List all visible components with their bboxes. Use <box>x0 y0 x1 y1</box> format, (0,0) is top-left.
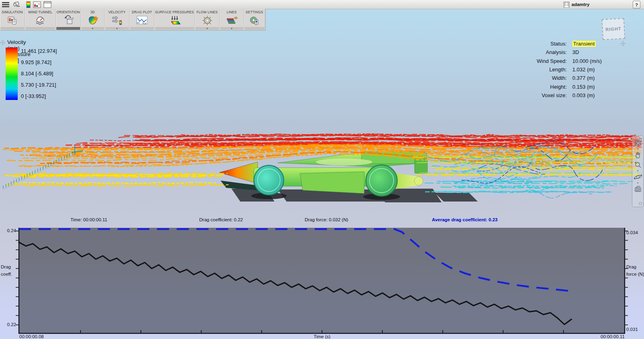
x-axis-end-label: 00:00:00.11 <box>576 334 625 339</box>
flow-lines-icon <box>195 14 219 27</box>
ribbon-tab-simulation[interactable]: SIMULATION <box>0 9 25 30</box>
right-axis-bottom-label: 0.031 <box>626 327 638 332</box>
avatar <box>564 2 570 8</box>
ribbon-tab-label: 3D <box>81 9 104 14</box>
ribbon-tab-label: WIND TUNNEL <box>25 9 56 14</box>
left-axis-top-label: 0.24 <box>4 228 16 233</box>
ribbon-tab-orientation[interactable]: ORIENTATION <box>56 9 81 30</box>
legend-colorbar <box>6 48 18 100</box>
ribbon-tab-strip <box>244 27 264 30</box>
legend-entry: 5.730 [-19.721] <box>21 82 56 88</box>
x-axis-start-label: 00:00:00.08 <box>19 334 44 339</box>
simulation-info-panel: Status:TransientAnalysis:3DWind Speed:10… <box>475 40 602 100</box>
info-row: Wind Speed:10.000 (m/s) <box>475 57 602 65</box>
ribbon-tab-label: SIMULATION <box>0 9 25 14</box>
ribbon-dropdown-arrow[interactable]: ▾ <box>105 27 129 30</box>
ribbon-tab-label: VELOCITY <box>105 9 129 14</box>
status-readout: Time: 00:00:00.11 <box>70 217 107 222</box>
info-row: Length:1.032 (m) <box>475 65 602 74</box>
ribbon-tab-label: SURFACE PRESSURES <box>155 9 194 14</box>
x-axis-title: Time (s) <box>298 334 346 339</box>
info-row: Voxel size:0.003 (m) <box>475 91 602 100</box>
look-at-icon[interactable] <box>634 184 642 194</box>
ribbon-dropdown-arrow[interactable]: ▾ <box>220 27 243 30</box>
move-handle-icon[interactable] <box>0 40 6 46</box>
lines-icon <box>220 14 244 27</box>
right-axis-title-1: Drag <box>626 264 636 269</box>
title-bar: adamtry ? <box>0 0 644 9</box>
info-row: Height:0.153 (m) <box>475 82 602 91</box>
navbar-handle-dot[interactable] <box>639 137 642 141</box>
ribbon-tab-drag-plot[interactable]: DRAG PLOTCd <box>130 9 155 30</box>
legend-entry: 8.104 [-5.489] <box>21 71 53 77</box>
status-readout: Drag force: 0.032 (N) <box>305 217 348 222</box>
ribbon-tab-label: LINES <box>220 9 244 14</box>
info-label: Wind Speed: <box>475 58 567 64</box>
navbar-handle-dot[interactable] <box>639 202 642 205</box>
right-axis-title-2: force (N) <box>626 272 644 277</box>
ribbon-tab-label: DRAG PLOT <box>130 9 154 14</box>
ribbon-tab-velocity[interactable]: VELOCITY▾ <box>105 9 130 30</box>
velocity-icon <box>105 14 129 27</box>
ribbon-tab-strip <box>56 27 80 30</box>
right-axis-top-label: 0.034 <box>626 230 638 235</box>
drag-plot-panel <box>0 259 644 339</box>
info-label: Width: <box>475 75 567 81</box>
spotlight-icon[interactable] <box>12 1 22 8</box>
left-axis-title-2: coeff. <box>1 272 12 277</box>
ribbon-tab-strip <box>0 27 24 30</box>
window-icon[interactable] <box>43 1 52 8</box>
ribbon-tab-3d[interactable]: 3D▾ <box>81 9 105 30</box>
status-readout: Drag coefficient: 0.22 <box>199 217 243 222</box>
ribbon-tab-strip <box>25 27 55 30</box>
orbit-icon[interactable] <box>634 172 642 182</box>
user-account[interactable]: adamtry <box>564 1 590 8</box>
left-axis-bottom-label: 0.22 <box>4 322 16 327</box>
legend-entry: 0 [-33.952] <box>21 93 46 99</box>
navigation-bar: ▾▾▾ <box>632 135 644 207</box>
menu-icon[interactable] <box>1 1 10 8</box>
info-row: Width:0.377 (m) <box>475 74 602 82</box>
user-name: adamtry <box>572 2 590 7</box>
ribbon-dropdown-arrow[interactable]: ▾ <box>195 27 219 30</box>
legend-gradient-icon[interactable] <box>23 1 33 8</box>
ribbon-tab-lines[interactable]: LINES▾ <box>220 9 244 30</box>
pan-hand-icon[interactable] <box>634 150 642 160</box>
info-value-highlighted: Transient <box>572 41 596 47</box>
ribbon-tab-label: SETTINGS <box>244 9 265 14</box>
info-panel-move-handle-icon[interactable] <box>620 41 626 46</box>
view-cube-label: RIGHT <box>605 26 621 32</box>
monitor-panel-icon[interactable] <box>32 1 42 8</box>
ribbon-tab-strip <box>155 27 194 30</box>
ribbon-toolbar: SIMULATIONWIND TUNNELORIENTATION3D▾VELOC… <box>0 9 266 31</box>
zoom-icon[interactable] <box>634 160 642 170</box>
ribbon-tab-wind-tunnel[interactable]: WIND TUNNEL <box>25 9 56 30</box>
info-label: Voxel size: <box>475 92 567 98</box>
info-value: 0.377 (m) <box>572 75 595 81</box>
3d-icon <box>81 14 104 27</box>
settings-icon <box>244 14 265 27</box>
legend-entry: 11.461 [22.974] <box>21 48 57 54</box>
info-value: 10.000 (m/s) <box>572 58 602 64</box>
left-axis-title-1: Drag <box>1 264 11 269</box>
ribbon-tab-flow-lines[interactable]: FLOW LINES▾ <box>195 9 220 30</box>
info-label: Analysis: <box>475 49 567 55</box>
ribbon-tab-label: ORIENTATION <box>56 9 80 14</box>
ribbon-tab-strip <box>130 27 154 30</box>
legend-entry: 9.925 [8.742] <box>21 59 52 65</box>
info-label: Status: <box>475 41 567 47</box>
ribbon-tab-surface-pressures[interactable]: SURFACE PRESSURES <box>155 9 195 30</box>
ribbon-dropdown-arrow[interactable]: ▾ <box>81 27 104 30</box>
info-label: Height: <box>475 84 567 90</box>
drag-plot-icon: Cd <box>130 14 154 27</box>
info-value: 0.003 (m) <box>572 92 595 98</box>
info-value: 1.032 (m) <box>572 67 595 73</box>
ribbon-tab-label: FLOW LINES <box>195 9 219 14</box>
info-row: Analysis:3D <box>475 48 602 56</box>
orientation-icon <box>56 14 80 27</box>
simulation-icon <box>0 14 25 27</box>
help-button[interactable]: ? <box>633 1 640 8</box>
view-cube[interactable]: RIGHT <box>602 18 625 40</box>
ribbon-tab-settings[interactable]: SETTINGS <box>244 9 265 30</box>
average-drag-coefficient-readout: Average drag coefficient: 0.23 <box>432 217 497 222</box>
